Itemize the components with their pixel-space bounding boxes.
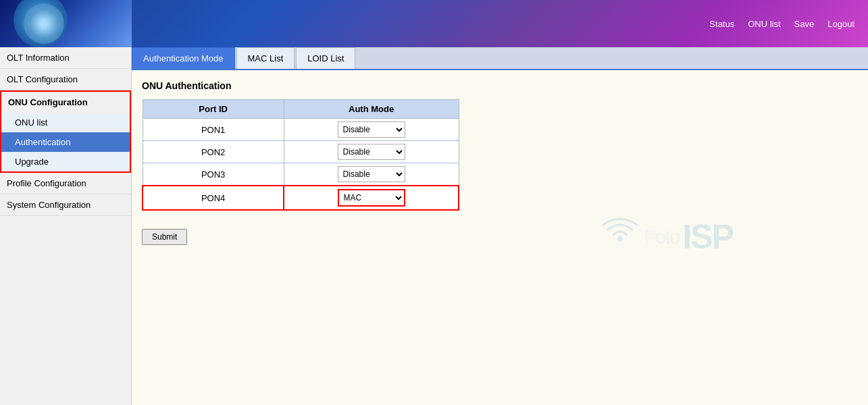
sidebar-item-profile-configuration[interactable]: Profile Configuration	[0, 173, 131, 194]
header-nav: Status ONU list Save Logout	[709, 19, 854, 29]
content-area: ONU Authentication Port ID Auth Mode PON…	[132, 70, 868, 255]
table-row: PON2DisableMACLOIDMAC+LOID	[143, 141, 459, 163]
layout: OLT Information OLT Configuration ONU Co…	[0, 47, 868, 405]
table-row: PON4DisableMACLOIDMAC+LOID	[143, 186, 459, 210]
sidebar-onu-configuration-group: ONU Configuration ONU list Authenticatio…	[0, 90, 131, 173]
sidebar: OLT Information OLT Configuration ONU Co…	[0, 47, 132, 405]
port-id-cell: PON2	[143, 141, 284, 163]
port-id-cell: PON4	[143, 186, 284, 210]
auth-mode-select-pon4[interactable]: DisableMACLOIDMAC+LOID	[338, 189, 405, 207]
auth-mode-select-pon1[interactable]: DisableMACLOIDMAC+LOID	[338, 122, 405, 138]
tab-auth-mode[interactable]: Authentication Mode	[132, 47, 235, 69]
tab-bar: Authentication Mode MAC List LOID List	[132, 47, 868, 70]
col-port-id: Port ID	[143, 100, 284, 119]
sidebar-item-upgrade[interactable]: Upgrade	[1, 152, 130, 171]
auth-mode-cell: DisableMACLOIDMAC+LOID	[284, 119, 459, 141]
table-row: PON3DisableMACLOIDMAC+LOID	[143, 163, 459, 186]
auth-mode-cell: DisableMACLOIDMAC+LOID	[284, 186, 459, 210]
table-row: PON1DisableMACLOIDMAC+LOID	[143, 119, 459, 141]
sidebar-item-authentication[interactable]: Authentication	[1, 132, 130, 152]
sidebar-item-olt-configuration[interactable]: OLT Configuration	[0, 69, 131, 90]
auth-table: Port ID Auth Mode PON1DisableMACLOIDMAC+…	[142, 99, 459, 211]
sidebar-item-onu-configuration[interactable]: ONU Configuration	[1, 92, 130, 113]
sidebar-item-system-configuration[interactable]: System Configuration	[0, 194, 131, 216]
tab-loid-list[interactable]: LOID List	[296, 47, 355, 69]
nav-status[interactable]: Status	[709, 19, 734, 29]
header: Status ONU list Save Logout	[0, 0, 868, 47]
nav-save[interactable]: Save	[794, 19, 815, 29]
nav-logout[interactable]: Logout	[827, 19, 854, 29]
sidebar-item-olt-information[interactable]: OLT Information	[0, 47, 131, 69]
auth-mode-cell: DisableMACLOIDMAC+LOID	[284, 141, 459, 163]
col-auth-mode: Auth Mode	[284, 100, 459, 119]
tab-mac-list[interactable]: MAC List	[236, 47, 295, 69]
sidebar-item-onu-list[interactable]: ONU list	[1, 113, 130, 132]
submit-button[interactable]: Submit	[142, 229, 187, 245]
auth-mode-cell: DisableMACLOIDMAC+LOID	[284, 163, 459, 186]
page-title: ONU Authentication	[142, 80, 858, 91]
auth-mode-select-pon2[interactable]: DisableMACLOIDMAC+LOID	[338, 144, 405, 160]
auth-mode-select-pon3[interactable]: DisableMACLOIDMAC+LOID	[338, 166, 405, 182]
port-id-cell: PON3	[143, 163, 284, 186]
main-content: Authentication Mode MAC List LOID List O…	[132, 47, 868, 405]
header-logo	[0, 0, 132, 47]
port-id-cell: PON1	[143, 119, 284, 141]
nav-onu-list[interactable]: ONU list	[748, 19, 780, 29]
